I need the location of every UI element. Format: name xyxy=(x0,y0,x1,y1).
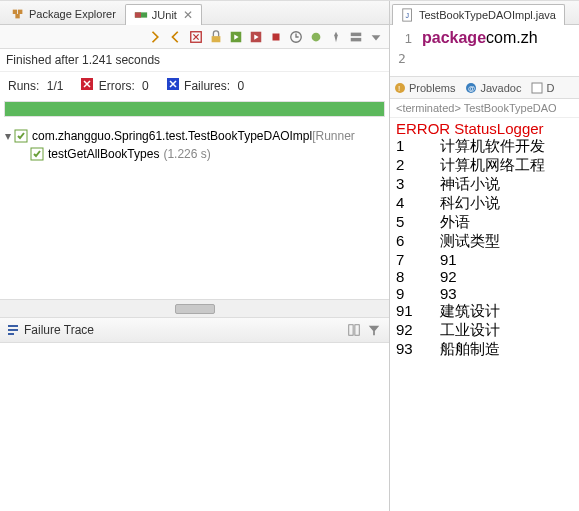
prev-failure-icon[interactable] xyxy=(167,28,185,46)
console-output[interactable]: ERROR StatusLogger 1计算机软件开发2计算机网络工程3神话小说… xyxy=(390,118,579,511)
test-pass-icon xyxy=(30,147,44,161)
stat-errors: Errors: 0 xyxy=(81,78,148,93)
svg-rect-20 xyxy=(8,333,14,335)
editor-console-pane: J TestBookTypeDAOImpl.java 1 package com… xyxy=(390,1,579,511)
svg-rect-13 xyxy=(351,37,362,41)
editor-tab-label: TestBookTypeDAOImpl.java xyxy=(419,9,556,21)
test-tree[interactable]: ▾ com.zhangguo.Spring61.test.TestBookTyp… xyxy=(0,123,389,299)
scrollbar-thumb[interactable] xyxy=(175,304,215,314)
tab-label: Package Explorer xyxy=(29,8,116,20)
svg-rect-22 xyxy=(355,325,359,336)
collapse-icon[interactable]: ▾ xyxy=(2,129,14,143)
console-error-line: ERROR StatusLogger xyxy=(396,120,573,137)
svg-rect-0 xyxy=(13,10,17,14)
error-icon xyxy=(81,78,93,90)
failure-trace-icon xyxy=(6,322,20,339)
console-row: 1计算机软件开发 xyxy=(396,137,573,156)
svg-rect-6 xyxy=(212,36,221,42)
svg-text:@: @ xyxy=(468,85,475,92)
test-progress-bar xyxy=(4,101,385,117)
console-rows: 1计算机软件开发2计算机网络工程3神话小说4科幻小说5外语6测试类型791892… xyxy=(396,137,573,359)
junit-toolbar xyxy=(0,25,389,49)
svg-rect-12 xyxy=(351,32,362,36)
failure-icon xyxy=(167,78,179,90)
view-tabbar: Package Explorer JUnit ✕ xyxy=(0,1,389,25)
scroll-lock-icon[interactable] xyxy=(207,28,225,46)
junit-icon xyxy=(134,8,148,22)
code-line: 1 package com.zh xyxy=(390,25,579,51)
tab-javadoc[interactable]: @ Javadoc xyxy=(465,82,521,94)
show-failures-icon[interactable] xyxy=(187,28,205,46)
console-row: 892 xyxy=(396,268,573,285)
console-row: 4科幻小说 xyxy=(396,194,573,213)
code-lineno-2: 2 xyxy=(390,51,579,66)
horizontal-scrollbar[interactable] xyxy=(0,299,389,317)
console-row: 2计算机网络工程 xyxy=(396,156,573,175)
svg-rect-9 xyxy=(273,33,280,40)
svg-point-11 xyxy=(312,32,321,41)
package-explorer-icon xyxy=(11,7,25,21)
test-suite-icon xyxy=(14,129,28,143)
layout-icon[interactable] xyxy=(347,28,365,46)
test-stats: Runs: 1/1 Errors: 0 Failures: 0 xyxy=(0,72,389,99)
bottom-views-tabbar: ! Problems @ Javadoc D xyxy=(390,77,579,99)
compare-icon[interactable] xyxy=(345,321,363,339)
failure-trace-header: Failure Trace xyxy=(0,317,389,343)
stop-icon[interactable] xyxy=(267,28,285,46)
pin-icon[interactable] xyxy=(327,28,345,46)
tab-label: JUnit xyxy=(152,9,177,21)
close-icon[interactable]: ✕ xyxy=(181,8,193,22)
console-row: 5外语 xyxy=(396,213,573,232)
tab-declaration[interactable]: D xyxy=(531,82,554,94)
console-row: 3神话小说 xyxy=(396,175,573,194)
console-terminated-label: <terminated> TestBookTypeDAO xyxy=(390,99,579,118)
console-row: 791 xyxy=(396,251,573,268)
failure-trace-body xyxy=(0,343,389,511)
svg-text:J: J xyxy=(405,12,409,19)
history-icon[interactable] xyxy=(287,28,305,46)
failure-trace-label: Failure Trace xyxy=(24,323,94,337)
editor-tab[interactable]: J TestBookTypeDAOImpl.java xyxy=(392,4,565,25)
console-row: 6测试类型 xyxy=(396,232,573,251)
svg-rect-19 xyxy=(8,329,18,331)
tree-test-item[interactable]: testGetAllBookTypes (1.226 s) xyxy=(2,145,387,163)
next-failure-icon[interactable] xyxy=(147,28,165,46)
tree-root[interactable]: ▾ com.zhangguo.Spring61.test.TestBookTyp… xyxy=(2,127,387,145)
declaration-icon xyxy=(531,82,543,94)
view-menu-icon[interactable] xyxy=(367,28,385,46)
console-row: 93船舶制造 xyxy=(396,340,573,359)
svg-rect-4 xyxy=(135,12,141,17)
console-row: 993 xyxy=(396,285,573,302)
svg-rect-29 xyxy=(532,83,542,93)
console-row: 91建筑设计 xyxy=(396,302,573,321)
tab-package-explorer[interactable]: Package Explorer xyxy=(2,3,125,24)
rerun-failed-icon[interactable] xyxy=(247,28,265,46)
editor-tabbar: J TestBookTypeDAOImpl.java xyxy=(390,1,579,25)
svg-text:!: ! xyxy=(398,84,400,93)
svg-rect-2 xyxy=(15,14,19,18)
svg-rect-1 xyxy=(18,10,22,14)
svg-rect-18 xyxy=(8,325,18,327)
editor-body[interactable]: 1 package com.zh 2 xyxy=(390,25,579,77)
stat-runs: Runs: 1/1 xyxy=(8,79,63,93)
test-status: Finished after 1.241 seconds xyxy=(0,49,389,72)
relaunch-icon[interactable] xyxy=(307,28,325,46)
stat-failures: Failures: 0 xyxy=(167,78,244,93)
java-file-icon: J xyxy=(401,8,415,22)
filter-trace-icon[interactable] xyxy=(365,321,383,339)
problems-icon: ! xyxy=(394,82,406,94)
svg-rect-21 xyxy=(349,325,353,336)
tab-problems[interactable]: ! Problems xyxy=(394,82,455,94)
rerun-test-icon[interactable] xyxy=(227,28,245,46)
console-row: 92工业设计 xyxy=(396,321,573,340)
tab-junit[interactable]: JUnit ✕ xyxy=(125,4,202,25)
junit-view: Package Explorer JUnit ✕ Fini xyxy=(0,1,390,511)
javadoc-icon: @ xyxy=(465,82,477,94)
